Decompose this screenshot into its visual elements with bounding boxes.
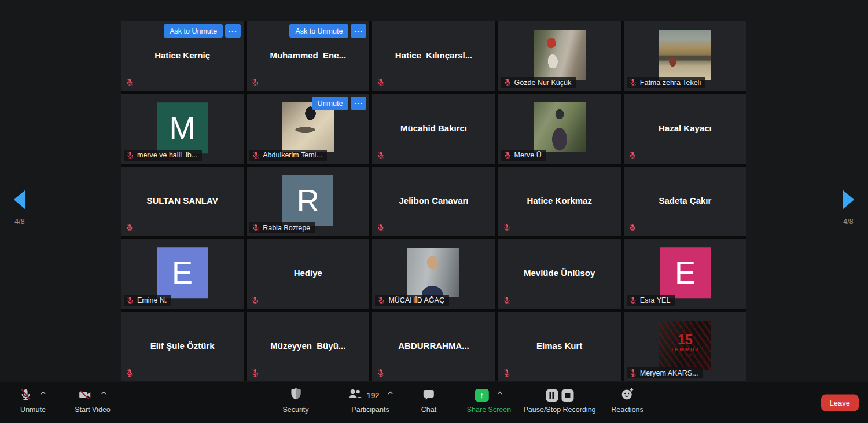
participant-tile[interactable]: Ask to Unmute···Muhammed Ene... (247, 21, 369, 91)
more-options-button[interactable]: ··· (225, 24, 241, 38)
15-temmuz-logo-text: 2016 (677, 353, 693, 357)
participant-tile[interactable]: Jelibon Canavarı (372, 167, 495, 236)
participant-tile[interactable]: Unmute···Abdulkerim Temi... (247, 94, 369, 163)
participant-tile[interactable]: Hazal Kayacı (624, 94, 746, 163)
ask-to-unmute-button[interactable]: Unmute (312, 97, 349, 110)
security-button[interactable]: Security (282, 387, 308, 414)
muted-mic-icon (503, 151, 512, 160)
participant-name-label: Rabia Boztepe (249, 222, 315, 233)
pause-icon[interactable] (546, 389, 558, 402)
participant-tile[interactable]: 15TEMMUZ2016Meryem AKARS... (624, 312, 746, 381)
share-screen-label: Share Screen (467, 406, 511, 414)
pause-stop-recording-button[interactable]: Pause/Stop Recording (523, 387, 595, 414)
profile-photo (407, 248, 459, 297)
participant-tile[interactable]: MÜCAHİD AĞAÇ (372, 239, 495, 308)
chevron-up-icon[interactable] (387, 388, 393, 398)
participant-name: MÜCAHİD AĞAÇ (388, 296, 444, 304)
participant-tile[interactable]: Gözde Nur Küçük (498, 21, 621, 91)
participant-tile[interactable]: Hediye (247, 239, 369, 308)
ask-to-unmute-button[interactable]: Ask to Unmute (289, 24, 348, 38)
15-temmuz-logo-text: 15 (678, 333, 693, 346)
letter-avatar: E (157, 248, 208, 299)
more-options-button[interactable]: ··· (351, 97, 366, 110)
gallery-pager-left: 4/8 (2, 190, 37, 226)
page-indicator: 4/8 (831, 218, 866, 226)
participant-tile[interactable]: Merve Ü (498, 94, 621, 163)
profile-photo: 15TEMMUZ2016 (659, 321, 711, 370)
participant-tile[interactable]: EEsra YEL (624, 239, 746, 308)
reactions-button[interactable]: Reactions (611, 387, 643, 414)
participant-tile[interactable]: Elmas Kurt (498, 312, 621, 381)
participant-name: Hatice Kılınçarsl... (372, 50, 495, 60)
participant-tile[interactable]: Sadeta Çakır (624, 167, 746, 236)
muted-mic-icon (126, 369, 134, 377)
participant-tile[interactable]: Ask to Unmute···Hatice Kerniç (121, 21, 244, 91)
muted-mic-icon (503, 369, 511, 377)
participant-tile[interactable]: SULTAN SANLAV (121, 167, 244, 236)
participant-tile[interactable]: RRabia Boztepe (247, 167, 369, 236)
participant-name: Rabia Boztepe (263, 224, 310, 232)
reactions-icon (620, 387, 634, 403)
chat-label: Chat (421, 406, 436, 414)
participant-tile[interactable]: Hatice Kılınçarsl... (372, 21, 495, 91)
share-screen-icon: ↑ (475, 389, 489, 402)
participant-name: Mücahid Bakırcı (372, 123, 495, 133)
participant-name: merve ve halil ib... (137, 151, 197, 159)
chevron-up-icon[interactable] (496, 388, 503, 398)
chevron-up-icon[interactable] (101, 388, 108, 398)
participant-tile[interactable]: Elif Şule Öztürk (121, 312, 244, 381)
participant-tile[interactable]: Hatice Korkmaz (498, 167, 621, 236)
muted-mic-icon (251, 78, 259, 87)
chevron-up-icon[interactable] (40, 388, 47, 398)
participant-name-label: Merve Ü (501, 150, 546, 161)
participants-button[interactable]: 192 Participants (347, 387, 394, 414)
participants-icon (347, 388, 363, 402)
participant-tile[interactable]: Mmerve ve halil ib... (121, 94, 244, 163)
muted-mic-icon (629, 78, 637, 87)
ask-to-unmute-button[interactable]: Ask to Unmute (164, 24, 223, 38)
reactions-label: Reactions (611, 406, 643, 414)
tile-actions: Ask to Unmute··· (164, 24, 241, 38)
participant-name: Müzeyyen Büyü... (247, 341, 369, 351)
participant-name-label: Emine N. (124, 295, 171, 306)
stop-icon[interactable] (561, 389, 573, 402)
muted-mic-icon (252, 223, 260, 232)
15-temmuz-logo-text: TEMMUZ (671, 347, 700, 352)
participant-name-label: MÜCAHİD AĞAÇ (375, 295, 449, 306)
participant-name: Jelibon Canavarı (372, 196, 495, 205)
profile-photo (659, 30, 711, 80)
muted-mic-icon (503, 223, 511, 232)
next-page-arrow-icon[interactable] (843, 190, 854, 209)
participant-tile[interactable]: ABDURRAHMA... (372, 312, 495, 381)
muted-mic-icon (126, 296, 134, 305)
unmute-button[interactable]: Unmute (20, 387, 47, 414)
start-video-button[interactable]: Start Video (75, 387, 111, 414)
participant-name: ABDURRAHMA... (372, 341, 495, 351)
participant-tile[interactable]: EEmine N. (121, 239, 244, 308)
muted-mic-icon (377, 296, 385, 305)
muted-mic-icon (20, 388, 32, 402)
participant-name: Gözde Nur Küçük (514, 79, 572, 87)
participant-tile[interactable]: Müzeyyen Büyü... (247, 312, 369, 381)
participant-name: Hediye (247, 268, 369, 278)
shield-icon (290, 388, 301, 403)
participant-name: Hatice Korkmaz (498, 196, 621, 205)
share-screen-button[interactable]: ↑ Share Screen (467, 387, 511, 414)
participant-name: Hazal Kayacı (624, 123, 746, 133)
chat-button[interactable]: Chat (421, 387, 436, 414)
participant-tile[interactable]: Mevlüde Ünlüsoy (498, 239, 621, 308)
participant-tile[interactable]: Fatma zehra Tekeli (624, 21, 746, 91)
participants-grid: Ask to Unmute···Hatice KerniçAsk to Unmu… (121, 21, 746, 381)
letter-avatar: R (282, 175, 333, 226)
letter-avatar: E (660, 248, 711, 299)
participant-tile[interactable]: Mücahid Bakırcı (372, 94, 495, 163)
previous-page-arrow-icon[interactable] (14, 190, 25, 209)
muted-mic-icon (377, 223, 385, 232)
muted-mic-icon (377, 78, 385, 87)
page-indicator: 4/8 (2, 218, 37, 226)
leave-button[interactable]: Leave (821, 394, 859, 411)
more-options-button[interactable]: ··· (351, 24, 366, 38)
meeting-toolbar: Unmute Start Video (0, 382, 868, 423)
letter-avatar: M (157, 102, 208, 153)
participant-name-label: Gözde Nur Küçük (501, 77, 576, 88)
